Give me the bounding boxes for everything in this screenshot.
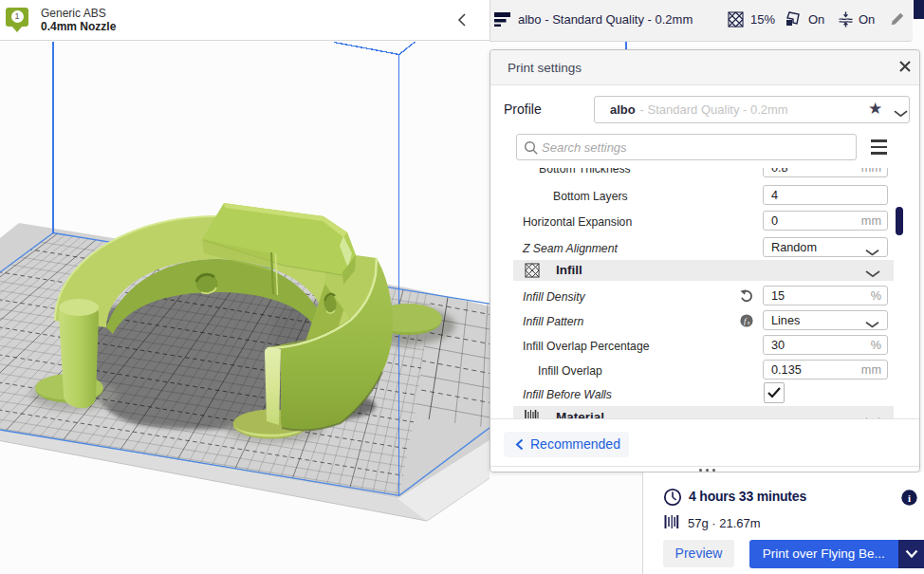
svg-text:i: i [908, 492, 911, 504]
svg-text:x: x [747, 320, 750, 325]
